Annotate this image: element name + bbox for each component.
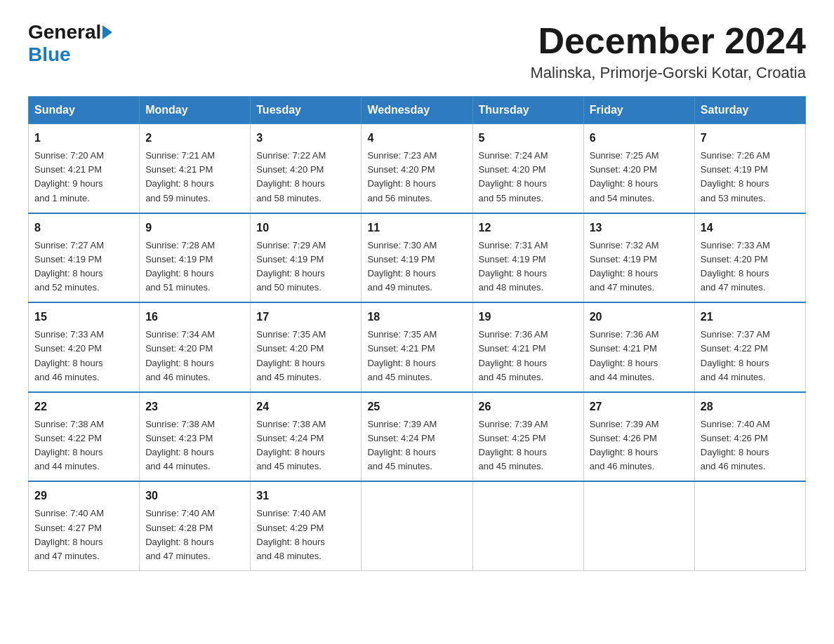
day-info: Sunrise: 7:36 AMSunset: 4:21 PMDaylight:… [479,329,548,382]
calendar-cell: 9 Sunrise: 7:28 AMSunset: 4:19 PMDayligh… [140,213,251,303]
day-info: Sunrise: 7:40 AMSunset: 4:28 PMDaylight:… [145,508,215,561]
day-number: 21 [701,309,800,326]
day-number: 1 [34,130,133,147]
day-info: Sunrise: 7:38 AMSunset: 4:24 PMDaylight:… [256,419,326,471]
day-number: 2 [145,130,244,147]
calendar-cell: 29 Sunrise: 7:40 AMSunset: 4:27 PMDaylig… [29,481,140,570]
day-info: Sunrise: 7:31 AMSunset: 4:19 PMDaylight:… [479,240,548,293]
logo-arrow-icon [102,25,112,39]
calendar-cell: 10 Sunrise: 7:29 AMSunset: 4:19 PMDaylig… [251,213,362,303]
day-info: Sunrise: 7:25 AMSunset: 4:20 PMDaylight:… [590,150,659,203]
calendar-cell: 18 Sunrise: 7:35 AMSunset: 4:21 PMDaylig… [362,302,472,392]
day-number: 26 [479,398,578,415]
weekday-header-row: SundayMondayTuesdayWednesdayThursdayFrid… [29,97,806,124]
calendar-cell: 13 Sunrise: 7:32 AMSunset: 4:19 PMDaylig… [583,213,694,303]
calendar-week-row: 8 Sunrise: 7:27 AMSunset: 4:19 PMDayligh… [29,213,806,303]
calendar-cell: 17 Sunrise: 7:35 AMSunset: 4:20 PMDaylig… [251,302,362,392]
calendar-cell: 16 Sunrise: 7:34 AMSunset: 4:20 PMDaylig… [140,302,251,392]
day-number: 16 [145,309,244,326]
calendar-cell: 25 Sunrise: 7:39 AMSunset: 4:24 PMDaylig… [362,392,472,482]
logo: General Blue [28,21,114,66]
calendar-cell: 7 Sunrise: 7:26 AMSunset: 4:19 PMDayligh… [694,124,805,213]
day-info: Sunrise: 7:33 AMSunset: 4:20 PMDaylight:… [701,240,770,293]
calendar-cell: 1 Sunrise: 7:20 AMSunset: 4:21 PMDayligh… [29,124,140,213]
day-info: Sunrise: 7:38 AMSunset: 4:22 PMDaylight:… [34,419,104,471]
day-info: Sunrise: 7:40 AMSunset: 4:26 PMDaylight:… [701,419,770,471]
day-info: Sunrise: 7:36 AMSunset: 4:21 PMDaylight:… [590,329,659,382]
day-number: 5 [479,130,578,147]
day-number: 17 [256,309,355,326]
day-info: Sunrise: 7:20 AMSunset: 4:21 PMDaylight:… [34,150,104,203]
title-area: December 2024 Malinska, Primorje-Gorski … [531,21,806,82]
day-number: 11 [367,220,466,236]
day-info: Sunrise: 7:23 AMSunset: 4:20 PMDaylight:… [367,150,437,203]
calendar-cell [362,481,472,570]
day-info: Sunrise: 7:33 AMSunset: 4:20 PMDaylight:… [34,329,104,382]
day-info: Sunrise: 7:29 AMSunset: 4:19 PMDaylight:… [256,240,326,293]
day-number: 19 [479,309,578,326]
calendar-cell: 22 Sunrise: 7:38 AMSunset: 4:22 PMDaylig… [29,392,140,482]
day-info: Sunrise: 7:21 AMSunset: 4:21 PMDaylight:… [145,150,215,203]
day-number: 22 [34,398,133,415]
day-info: Sunrise: 7:27 AMSunset: 4:19 PMDaylight:… [34,240,104,293]
calendar-cell: 4 Sunrise: 7:23 AMSunset: 4:20 PMDayligh… [362,124,472,213]
day-number: 27 [590,398,689,415]
day-info: Sunrise: 7:35 AMSunset: 4:20 PMDaylight:… [256,329,326,382]
day-info: Sunrise: 7:40 AMSunset: 4:27 PMDaylight:… [34,508,104,561]
day-number: 13 [590,220,689,236]
calendar-cell [472,481,583,570]
day-info: Sunrise: 7:39 AMSunset: 4:26 PMDaylight:… [590,419,659,471]
calendar-cell: 24 Sunrise: 7:38 AMSunset: 4:24 PMDaylig… [251,392,362,482]
day-number: 30 [145,488,244,504]
calendar-cell: 19 Sunrise: 7:36 AMSunset: 4:21 PMDaylig… [472,302,583,392]
calendar-week-row: 29 Sunrise: 7:40 AMSunset: 4:27 PMDaylig… [29,481,806,570]
calendar-cell: 15 Sunrise: 7:33 AMSunset: 4:20 PMDaylig… [29,302,140,392]
calendar-cell: 21 Sunrise: 7:37 AMSunset: 4:22 PMDaylig… [694,302,805,392]
day-info: Sunrise: 7:39 AMSunset: 4:24 PMDaylight:… [367,419,437,471]
day-info: Sunrise: 7:34 AMSunset: 4:20 PMDaylight:… [145,329,215,382]
month-year-title: December 2024 [531,21,806,61]
day-info: Sunrise: 7:26 AMSunset: 4:19 PMDaylight:… [701,150,770,203]
day-number: 15 [34,309,133,326]
calendar-cell: 2 Sunrise: 7:21 AMSunset: 4:21 PMDayligh… [140,124,251,213]
day-number: 4 [367,130,466,147]
calendar-week-row: 22 Sunrise: 7:38 AMSunset: 4:22 PMDaylig… [29,392,806,482]
day-number: 7 [701,130,800,147]
calendar-table: SundayMondayTuesdayWednesdayThursdayFrid… [28,96,806,571]
calendar-cell: 8 Sunrise: 7:27 AMSunset: 4:19 PMDayligh… [29,213,140,303]
day-number: 6 [590,130,689,147]
day-number: 20 [590,309,689,326]
weekday-header-saturday: Saturday [694,97,805,124]
day-number: 9 [145,220,244,236]
day-info: Sunrise: 7:32 AMSunset: 4:19 PMDaylight:… [590,240,659,293]
calendar-cell: 27 Sunrise: 7:39 AMSunset: 4:26 PMDaylig… [583,392,694,482]
day-info: Sunrise: 7:39 AMSunset: 4:25 PMDaylight:… [479,419,548,471]
weekday-header-tuesday: Tuesday [251,97,362,124]
day-number: 28 [701,398,800,415]
calendar-week-row: 1 Sunrise: 7:20 AMSunset: 4:21 PMDayligh… [29,124,806,213]
weekday-header-thursday: Thursday [472,97,583,124]
calendar-cell: 5 Sunrise: 7:24 AMSunset: 4:20 PMDayligh… [472,124,583,213]
logo-blue-text: Blue [28,43,71,66]
calendar-cell [694,481,805,570]
calendar-cell: 3 Sunrise: 7:22 AMSunset: 4:20 PMDayligh… [251,124,362,213]
weekday-header-sunday: Sunday [29,97,140,124]
day-number: 3 [256,130,355,147]
weekday-header-friday: Friday [583,97,694,124]
calendar-cell: 12 Sunrise: 7:31 AMSunset: 4:19 PMDaylig… [472,213,583,303]
page-header: General Blue December 2024 Malinska, Pri… [28,21,806,82]
day-number: 14 [701,220,800,236]
calendar-cell: 6 Sunrise: 7:25 AMSunset: 4:20 PMDayligh… [583,124,694,213]
calendar-cell: 28 Sunrise: 7:40 AMSunset: 4:26 PMDaylig… [694,392,805,482]
calendar-cell [583,481,694,570]
calendar-cell: 20 Sunrise: 7:36 AMSunset: 4:21 PMDaylig… [583,302,694,392]
day-number: 10 [256,220,355,236]
day-info: Sunrise: 7:37 AMSunset: 4:22 PMDaylight:… [701,329,770,382]
day-info: Sunrise: 7:22 AMSunset: 4:20 PMDaylight:… [256,150,326,203]
location-subtitle: Malinska, Primorje-Gorski Kotar, Croatia [531,64,806,82]
day-number: 8 [34,220,133,236]
day-number: 18 [367,309,466,326]
day-number: 12 [479,220,578,236]
day-info: Sunrise: 7:38 AMSunset: 4:23 PMDaylight:… [145,419,215,471]
weekday-header-monday: Monday [140,97,251,124]
